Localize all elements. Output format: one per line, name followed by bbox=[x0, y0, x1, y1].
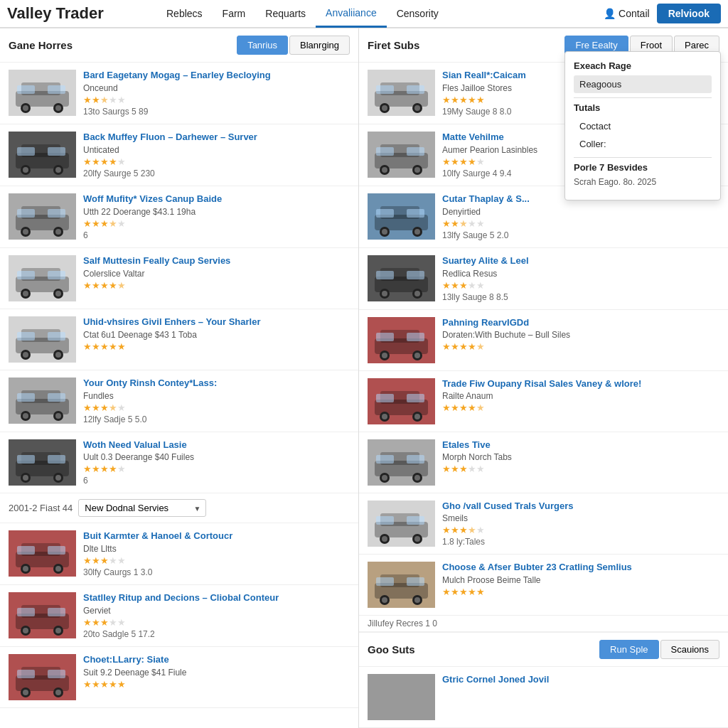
nav-censority[interactable]: Censority bbox=[387, 0, 449, 28]
svg-rect-52 bbox=[17, 393, 35, 402]
dropdown-row: 2001-2 Fiast 44 New Dodnal Servies bbox=[0, 493, 358, 523]
list-item[interactable]: Choet:LLarry: Siate Suit 9.2 Deenage $41… bbox=[0, 647, 358, 708]
svg-rect-116 bbox=[407, 209, 424, 218]
listing-meta: 20lfy Saurge 5 230 bbox=[83, 168, 350, 178]
listing-info: Buit Karmter & Hanoel & Cortoucr Dlte Ll… bbox=[83, 530, 350, 577]
car-svg bbox=[9, 654, 76, 700]
car-svg bbox=[368, 255, 435, 301]
listing-thumb bbox=[9, 316, 76, 363]
nav-reblecs[interactable]: Reblecs bbox=[156, 0, 213, 28]
listing-sub: Dlte Lltts bbox=[83, 544, 350, 554]
bottom-preview-thumb bbox=[368, 674, 435, 720]
listing-thumb bbox=[9, 439, 76, 486]
nav-anvaliiance[interactable]: Anvaliiance bbox=[316, 0, 387, 28]
listing-thumb bbox=[9, 530, 76, 577]
list-item[interactable]: Trade Fiw Oupany Risal Sales Vaney & wlo… bbox=[359, 371, 728, 432]
svg-point-157 bbox=[382, 536, 387, 542]
svg-point-4 bbox=[23, 105, 28, 111]
listing-type-select[interactable]: New Dodnal Servies bbox=[78, 499, 206, 517]
car-svg bbox=[9, 592, 76, 638]
tab-tanrius[interactable]: Tanrius bbox=[237, 36, 288, 55]
tab-run-sple[interactable]: Run Sple bbox=[599, 640, 658, 659]
listing-thumb bbox=[368, 562, 435, 608]
bottom-section-tabs: Run Sple Scauions bbox=[599, 640, 719, 659]
car-svg bbox=[368, 70, 435, 116]
listing-sub: Uult 0.3 Deerange $40 Fuiles bbox=[83, 452, 350, 462]
svg-point-141 bbox=[414, 414, 420, 419]
list-item[interactable]: Buit Karmter & Hanoel & Cortoucr Dlte Ll… bbox=[0, 523, 358, 585]
listing-sub: Fundles bbox=[83, 391, 350, 401]
listing-meta: 6 bbox=[83, 476, 350, 486]
svg-point-96 bbox=[414, 105, 420, 111]
listing-title: Buit Karmter & Hanoel & Cortoucr bbox=[83, 530, 350, 542]
svg-rect-88 bbox=[17, 670, 35, 678]
nav-farm[interactable]: Farm bbox=[213, 0, 256, 28]
list-item[interactable]: Suartey Alite & Leel Redlica Resus ★★★★★… bbox=[359, 248, 728, 310]
main-nav: Reblecs Farm Requarts Anvaliiance Censor… bbox=[156, 0, 449, 28]
popup-item-coctact[interactable]: Coctact bbox=[574, 117, 712, 135]
svg-rect-125 bbox=[407, 271, 424, 279]
listing-info: Statlley Ritup and Decions – Cliobal Con… bbox=[83, 592, 350, 639]
svg-rect-169 bbox=[376, 577, 394, 586]
listing-thumb bbox=[9, 654, 76, 700]
list-item[interactable]: Pahning RearvIGDd Doraten:With Buchute –… bbox=[359, 310, 728, 371]
contact-link[interactable]: 👤 Contail bbox=[604, 8, 650, 19]
svg-point-69 bbox=[55, 566, 61, 572]
svg-rect-124 bbox=[376, 271, 394, 279]
list-item[interactable]: Woth Need Valual Lasie Uult 0.3 Deerange… bbox=[0, 432, 358, 494]
svg-point-40 bbox=[23, 352, 28, 358]
svg-point-67 bbox=[23, 566, 28, 572]
listing-thumb bbox=[368, 439, 435, 486]
listing-title: Suartey Alite & Leel bbox=[442, 255, 719, 267]
svg-rect-34 bbox=[17, 271, 35, 279]
svg-rect-152 bbox=[407, 455, 424, 464]
cta-button[interactable]: Relviook bbox=[657, 4, 721, 23]
listing-title: Bard Eagetany Mogag – Enarley Becloying bbox=[83, 70, 350, 82]
list-item[interactable]: Etales Tive Morph Norch Tabs ★★★★★ bbox=[359, 432, 728, 493]
popup-item-reagoous[interactable]: Reagoous bbox=[574, 75, 712, 93]
svg-rect-8 bbox=[48, 85, 65, 94]
list-item[interactable]: Choose & Afser Bubter 23 Cratling Semliu… bbox=[359, 555, 728, 616]
svg-point-139 bbox=[382, 414, 387, 419]
listing-thumb bbox=[368, 70, 435, 116]
listing-thumb bbox=[368, 500, 435, 547]
svg-point-148 bbox=[382, 475, 387, 481]
bottom-preview-item[interactable]: Gtric Cornel Joned Jovil bbox=[359, 667, 728, 728]
listing-info: Woff Mufity* Vizes Canup Baide Utth 22 D… bbox=[83, 193, 350, 240]
listing-title: Trade Fiw Oupany Risal Sales Vaney & wlo… bbox=[442, 378, 719, 390]
listing-thumb bbox=[9, 255, 76, 301]
popup-item-coller[interactable]: Coller: bbox=[574, 135, 712, 153]
list-item[interactable]: Uhid-vhsires Givil Enhers – Your Sharler… bbox=[0, 309, 358, 370]
list-item[interactable]: Bard Eagetany Mogag – Enarley Becloying … bbox=[0, 63, 358, 124]
popup-section2-title: Tutals bbox=[574, 102, 712, 113]
popup: Exeach Rage Reagoous Tutals Coctact Coll… bbox=[564, 51, 721, 200]
list-item[interactable]: Woff Mufity* Vizes Canup Baide Utth 22 D… bbox=[0, 186, 358, 248]
left-panel-header: Gane Horres Tanrius Blanrging bbox=[0, 28, 358, 63]
list-item[interactable]: Gho /vall Cused Trals Vurgers Smeils ★★★… bbox=[359, 493, 728, 555]
listing-sub: Colerslice Valtar bbox=[83, 269, 350, 279]
list-item[interactable]: Statlley Ritup and Decions – Cliobal Con… bbox=[0, 585, 358, 647]
popup-section3-title: Porle 7 Besvides bbox=[574, 162, 712, 173]
car-svg bbox=[368, 562, 435, 608]
right-panel: Firet Subs Fre Eealty Froot Parec bbox=[359, 28, 728, 728]
svg-point-105 bbox=[414, 167, 420, 173]
svg-rect-7 bbox=[17, 85, 35, 94]
nav-requarts[interactable]: Requarts bbox=[255, 0, 316, 28]
svg-point-103 bbox=[382, 167, 387, 173]
listing-thumb bbox=[368, 132, 435, 178]
listing-meta: 6 bbox=[83, 230, 350, 240]
header-right: 👤 Contail Relviook bbox=[604, 4, 721, 23]
list-item[interactable]: Salf Muttesin Feally Caup Servies Colers… bbox=[0, 248, 358, 309]
listing-sub: Railte Anaum bbox=[442, 391, 719, 401]
svg-point-6 bbox=[55, 105, 61, 111]
tab-scauions[interactable]: Scauions bbox=[660, 640, 719, 659]
svg-rect-79 bbox=[17, 608, 35, 616]
list-item[interactable]: Back Muffey Fluon – Darhewer – Surver Un… bbox=[0, 124, 358, 186]
svg-rect-35 bbox=[48, 271, 65, 279]
svg-point-33 bbox=[55, 291, 61, 296]
tab-blanrging[interactable]: Blanrging bbox=[289, 36, 350, 55]
listing-title: Gho /vall Cused Trals Vurgers bbox=[442, 500, 719, 513]
svg-point-166 bbox=[382, 597, 387, 603]
listing-title: Choet:LLarry: Siate bbox=[83, 654, 350, 666]
list-item[interactable]: Your Onty Rinsh Contey*Lass: Fundles ★★★… bbox=[0, 370, 358, 432]
